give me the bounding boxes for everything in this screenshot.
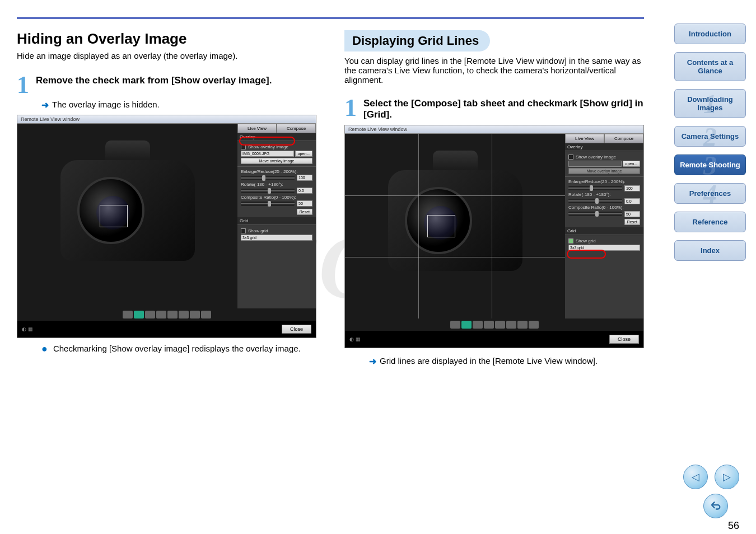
return-button[interactable] — [703, 494, 728, 518]
bullet-icon: ● — [41, 344, 48, 354]
show-overlay-checkbox[interactable]: Show overlay image — [568, 154, 640, 160]
enlarge-slider[interactable] — [241, 176, 295, 180]
move-overlay-button: Move overlay image — [568, 168, 640, 174]
show-overlay-label: Show overlay image — [248, 144, 288, 149]
enlarge-label: Enlarge/Reduce(25 - 200%): — [568, 179, 640, 184]
enlarge-label: Enlarge/Reduce(25 - 200%): — [241, 169, 312, 174]
nav-label: Camera Settings — [682, 132, 739, 140]
section-intro: You can display grid lines in the [Remot… — [344, 56, 644, 85]
note-line: ● Checkmarking [Show overlay image] redi… — [41, 344, 316, 354]
live-view-area — [17, 124, 237, 308]
show-overlay-label: Show overlay image — [576, 154, 616, 160]
show-grid-label: Show grid — [248, 228, 268, 233]
enlarge-value[interactable]: 100 — [624, 185, 640, 191]
tab-compose[interactable]: Compose — [604, 134, 643, 143]
right-column: Displaying Grid Lines You can display gr… — [344, 30, 644, 371]
window-titlebar: Remote Live View window — [345, 125, 643, 134]
nav-label: Remote Shooting — [680, 161, 740, 169]
nav-contents[interactable]: Contents at a Glance — [674, 52, 746, 81]
result-line: ➜ The overlay image is hidden. — [41, 100, 316, 110]
open-button[interactable]: open... — [623, 161, 640, 167]
composite-slider[interactable] — [241, 202, 295, 206]
screenshot-grid-lines: Remote Live View window — [344, 125, 644, 348]
result-line: ➜ Grid lines are displayed in the [Remot… — [369, 356, 644, 367]
nav-label: Contents at a Glance — [687, 58, 733, 75]
nav-camera-settings[interactable]: 2Camera Settings — [674, 126, 746, 147]
show-overlay-checkbox[interactable]: Show overlay image — [241, 144, 312, 149]
compose-panel: Live View Compose Overlay Show overlay i… — [237, 124, 316, 308]
file-field[interactable]: IMG_0008.JPG — [241, 151, 294, 157]
composite-value[interactable]: 50 — [297, 200, 312, 207]
top-rule — [17, 17, 644, 19]
section-tag: Displaying Grid Lines — [344, 30, 490, 51]
step-number: 1 — [17, 74, 29, 96]
composite-value[interactable]: 50 — [624, 211, 640, 217]
bottom-bar: ◐ ▦ Close — [345, 331, 643, 348]
nav-reference[interactable]: Reference — [674, 212, 746, 232]
overlay-header: Overlay — [237, 133, 316, 140]
result-text: Grid lines are displayed in the [Remote … — [380, 356, 598, 366]
bottom-bar: ◐ ▦ Close — [17, 321, 316, 338]
grid-header: Grid — [565, 227, 643, 235]
nav-label: Downloading Images — [687, 95, 733, 112]
show-grid-label: Show grid — [576, 238, 596, 243]
next-page-button[interactable]: ▷ — [715, 465, 739, 489]
close-button[interactable]: Close — [282, 325, 311, 334]
move-overlay-button[interactable]: Move overlay image — [241, 158, 312, 164]
grid-header: Grid — [237, 217, 316, 224]
step-1: 1 Select the [Compose] tab sheet and che… — [344, 97, 644, 120]
left-column: Hiding an Overlay Image Hide an image di… — [17, 30, 316, 371]
rotate-label: Rotate(-180 - +180°): — [568, 192, 640, 197]
section-title: Hiding an Overlay Image — [17, 30, 316, 48]
nav-introduction[interactable]: Introduction — [674, 24, 746, 44]
file-field — [568, 161, 622, 167]
section-intro: Hide an image displayed as an overlay (t… — [17, 51, 316, 60]
reset-button[interactable]: Reset — [297, 209, 312, 215]
camera-illustration — [49, 149, 206, 283]
step-number: 1 — [344, 97, 357, 119]
rotate-slider[interactable] — [241, 189, 295, 193]
screenshot-hiding-overlay: Remote Live View window Live View — [17, 115, 316, 338]
rotate-label: Rotate(-180 - +180°): — [241, 182, 312, 187]
show-grid-checkbox[interactable]: Show grid — [568, 238, 640, 243]
result-text: The overlay image is hidden. — [52, 100, 160, 109]
close-button[interactable]: Close — [609, 335, 639, 344]
enlarge-value[interactable]: 100 — [297, 175, 312, 181]
nav-index[interactable]: Index — [674, 240, 746, 261]
nav-label: Introduction — [689, 30, 731, 38]
camera-illustration — [377, 159, 534, 293]
step-1: 1 Remove the check mark from [Show overl… — [17, 74, 316, 96]
toolbar-icons — [17, 308, 316, 321]
page-number: 56 — [728, 520, 739, 532]
step-text: Remove the check mark from [Show overlay… — [36, 74, 272, 86]
nav-downloading-images[interactable]: 1Downloading Images — [674, 89, 746, 118]
grid-type-select[interactable]: 3x3 grid — [241, 235, 312, 241]
nav-label: Preferences — [689, 189, 731, 198]
composite-slider[interactable] — [568, 212, 622, 216]
reset-button[interactable]: Reset — [624, 219, 640, 225]
live-view-area — [345, 134, 565, 318]
nav-remote-shooting[interactable]: 3Remote Shooting — [674, 154, 746, 175]
rotate-value[interactable]: 0.0 — [297, 188, 312, 194]
grid-type-select[interactable]: 3x3 grid — [568, 245, 640, 251]
step-text: Select the [Compose] tab sheet and check… — [363, 97, 644, 120]
arrow-icon: ➜ — [41, 100, 49, 110]
note-text: Checkmarking [Show overlay image] redisp… — [53, 344, 301, 353]
rotate-slider[interactable] — [568, 199, 622, 203]
chapter-nav: Introduction Contents at a Glance 1Downl… — [674, 24, 746, 261]
tab-live-view[interactable]: Live View — [237, 124, 277, 133]
composite-label: Composite Ratio(0 - 100%): — [568, 205, 640, 210]
enlarge-slider[interactable] — [568, 186, 622, 190]
tab-live-view[interactable]: Live View — [565, 134, 604, 143]
page-content: Hiding an Overlay Image Hide an image di… — [0, 0, 756, 388]
window-titlebar: Remote Live View window — [17, 115, 316, 124]
show-grid-checkbox[interactable]: Show grid — [241, 228, 312, 233]
prev-page-button[interactable]: ◁ — [683, 465, 708, 489]
arrow-icon: ➜ — [369, 356, 376, 367]
rotate-value[interactable]: 0.0 — [624, 198, 640, 204]
overlay-header: Overlay — [565, 143, 643, 151]
tab-compose[interactable]: Compose — [277, 124, 316, 133]
composite-label: Composite Ratio(0 - 100%): — [241, 195, 312, 200]
nav-preferences[interactable]: 4Preferences — [674, 183, 746, 204]
open-button[interactable]: open... — [295, 151, 312, 157]
